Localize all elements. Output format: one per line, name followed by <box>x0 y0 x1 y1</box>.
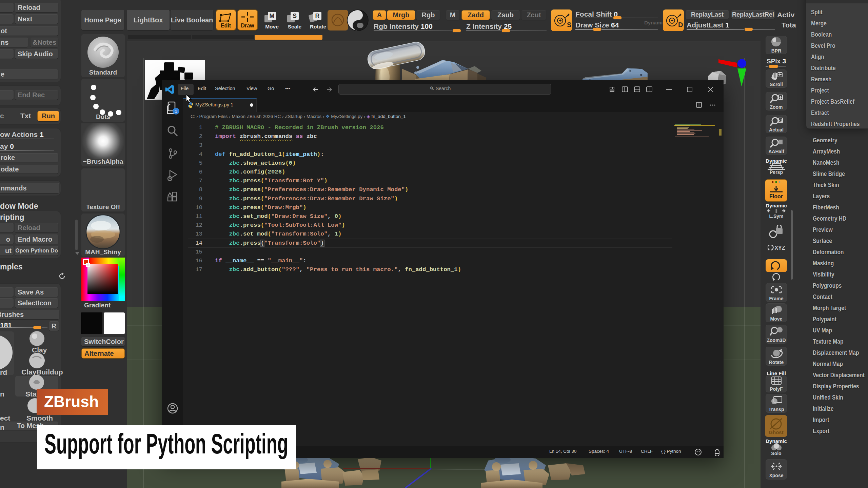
svg-text:S: S <box>293 13 297 19</box>
svg-text:M: M <box>270 13 275 19</box>
svg-text:Ghost: Ghost <box>769 429 783 435</box>
svg-text:D: D <box>678 21 683 28</box>
svg-text:x1: x1 <box>779 119 783 122</box>
svg-text:S: S <box>567 21 571 28</box>
svg-text:Draw: Draw <box>241 23 254 28</box>
svg-text:Edit: Edit <box>221 23 231 28</box>
svg-text:Move: Move <box>265 24 279 29</box>
svg-text:1: 1 <box>175 109 177 114</box>
svg-text:R: R <box>315 13 320 19</box>
svg-text:Floor: Floor <box>769 194 783 199</box>
svg-text:Scale: Scale <box>288 24 302 29</box>
svg-text:Rotate: Rotate <box>310 24 327 29</box>
